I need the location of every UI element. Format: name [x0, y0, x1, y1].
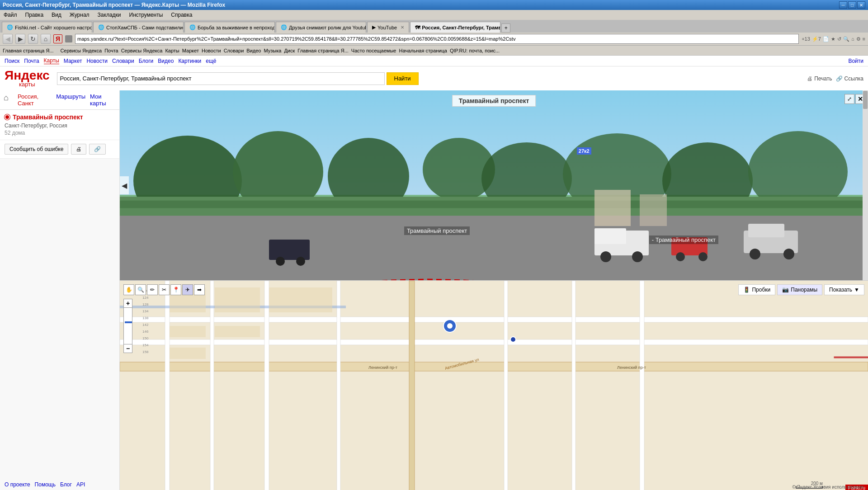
nav-link-blogi[interactable]: Блоги	[139, 58, 154, 64]
tab-druzya[interactable]: 🌐 Друзья снимают ролик для Youtube - ...…	[276, 22, 366, 33]
panorama-scrollbar[interactable]	[863, 90, 868, 280]
search-icon[interactable]: 🔍	[843, 36, 849, 42]
sidebar-share-button[interactable]: 🔗	[89, 144, 106, 155]
bookmark-glavnaya2[interactable]: Главная страница Я...	[297, 48, 349, 53]
traffic-button[interactable]: 🚦 Пробки	[738, 284, 775, 295]
panorama-arrow-left[interactable]: ◀	[120, 176, 129, 194]
close-button[interactable]: ✕	[857, 1, 865, 9]
hand-tool[interactable]: ✋	[123, 284, 134, 295]
bookmarks-bar: Главная страница Я... | Сервисы Яндекса …	[0, 46, 868, 56]
area-tool[interactable]: ✂	[159, 284, 170, 295]
location-dot	[5, 114, 10, 120]
tab-youtube[interactable]: ▶ YouTube ✕	[367, 22, 409, 33]
location-name[interactable]: Трамвайный проспект	[13, 113, 83, 121]
api-link[interactable]: API	[76, 481, 85, 488]
bookmark-pochta[interactable]: Почта	[104, 48, 118, 53]
yandex-page: Поиск Почта Карты Маркет Новости Словари…	[0, 56, 868, 490]
nav-link-slovari[interactable]: Словари	[112, 58, 134, 64]
address-bar-input[interactable]	[75, 34, 799, 44]
menu-help[interactable]: Справка	[169, 11, 194, 19]
map-bottom[interactable]: Автомобильная ул Яндекс Ленинский пр-т Л…	[120, 280, 868, 490]
menu-bookmarks[interactable]: Закладки	[96, 11, 123, 19]
about-link[interactable]: О проекте	[5, 481, 30, 488]
tab-close-icon[interactable]: ✕	[401, 25, 404, 30]
search-button[interactable]: Найти	[387, 72, 419, 85]
reader-icon[interactable]: 📄	[823, 36, 829, 42]
panorama-expand-button[interactable]: ⤢	[844, 94, 854, 104]
sidebar-home-button[interactable]: ⌂	[4, 93, 9, 107]
bookmark-slovari[interactable]: Словари	[224, 48, 244, 53]
forward-button[interactable]: ▶	[15, 34, 25, 44]
nav-link-search[interactable]: Поиск	[5, 58, 19, 64]
nav-link-kartinki[interactable]: Картинки	[178, 58, 201, 64]
zoom-out-button[interactable]: −	[123, 344, 132, 353]
bookmark-market[interactable]: Маркет	[182, 48, 199, 53]
sidebar-tab-mymap[interactable]: Мои карты	[90, 93, 116, 107]
bookmark-nachal[interactable]: Начальная страница	[399, 48, 447, 53]
nav-link-esche[interactable]: ещё	[206, 58, 216, 64]
bookmark-karty[interactable]: Карты	[165, 48, 179, 53]
sidebar-print-button[interactable]: 🖨	[71, 144, 86, 155]
bookmark-glavnaya[interactable]: Главная страница Я...	[3, 48, 54, 53]
show-button[interactable]: Показать ▼	[824, 284, 864, 295]
marker-tool[interactable]: 📍	[170, 284, 181, 295]
menu-tools[interactable]: Инструменты	[127, 11, 165, 19]
zoom-tool[interactable]: 🔍	[135, 284, 146, 295]
svg-rect-72	[170, 326, 206, 337]
tab-stopham[interactable]: 🌐 СтопХамСПБ - Сами подставились - Фи...…	[93, 22, 184, 33]
star-icon[interactable]: ★	[831, 36, 835, 42]
zoom-in-button[interactable]: +	[123, 299, 132, 308]
sidebar-tab-routes[interactable]: Маршруты	[56, 93, 85, 107]
nav-link-market[interactable]: Маркет	[64, 58, 82, 64]
map-right-controls: 🚦 Пробки 📷 Панорамы Показать ▼	[738, 284, 864, 295]
home-button[interactable]: ⌂	[41, 34, 51, 44]
bookmark-chasto[interactable]: Часто посещаемые	[351, 48, 396, 53]
tab-fishki[interactable]: 🌐 Fishki.net - Сайт хорошего настроения …	[2, 22, 92, 33]
reload-button[interactable]: ↻	[28, 34, 38, 44]
nav-link-video[interactable]: Видео	[158, 58, 174, 64]
back-button[interactable]: ◀	[3, 34, 13, 44]
menu-icon[interactable]: ≡	[863, 36, 865, 42]
tab-label: СтопХамСПБ - Сами подставились - Фи...	[106, 25, 184, 30]
flight-tool[interactable]: ✈	[182, 284, 193, 295]
bookmark-servisy2[interactable]: Сервисы Яндекса	[121, 48, 163, 53]
print-button[interactable]: 🖨 Печать	[807, 75, 832, 82]
ruler-tool[interactable]: ✏	[147, 284, 158, 295]
maximize-button[interactable]: □	[848, 1, 856, 9]
menu-edit[interactable]: Правка	[24, 11, 46, 19]
tab-maps[interactable]: 🗺 Россия, Санкт-Петербург, Трамвайны... …	[410, 22, 500, 33]
bookmark-novosti[interactable]: Новости	[202, 48, 221, 53]
link-button[interactable]: 🔗 Ссылка	[836, 75, 863, 82]
sidebar-breadcrumb-location[interactable]: Россия, Санкт	[18, 93, 52, 107]
map-zoom-controls: + −	[123, 299, 132, 353]
bookmark-qip[interactable]: QIP.RU: почта, поис...	[450, 48, 500, 53]
refresh-icon[interactable]: ↺	[837, 36, 841, 42]
nav-tool[interactable]: ➡	[194, 284, 205, 295]
tab-borba[interactable]: 🌐 Борьба за выживание в непроходимых... …	[184, 22, 275, 33]
nav-link-novosti[interactable]: Новости	[86, 58, 107, 64]
panoramas-button[interactable]: 📷 Панорамы	[777, 284, 822, 295]
bookmark-servisy[interactable]: Сервисы Яндекса	[60, 48, 102, 53]
nav-link-pochta[interactable]: Почта	[24, 58, 39, 64]
new-tab-button[interactable]: +	[501, 24, 510, 33]
nav-link-karty[interactable]: Карты	[44, 57, 59, 64]
location-sub: Санкт-Петербург, Россия	[5, 122, 115, 129]
zoom-slider[interactable]	[123, 308, 132, 344]
home-icon[interactable]: ⌂	[851, 36, 854, 42]
panorama-view[interactable]: Трамвайный проспект 27к2 Трамвайный прос…	[120, 90, 868, 280]
bookmark-muzyka[interactable]: Музыка	[264, 48, 281, 53]
bookmark-video[interactable]: Видео	[246, 48, 261, 53]
settings-icon[interactable]: ⚙	[856, 36, 861, 42]
svg-rect-67	[640, 281, 644, 490]
menu-history[interactable]: Журнал	[68, 11, 91, 19]
yandex-logo-nav: Я	[53, 34, 62, 43]
report-error-button[interactable]: Сообщить об ошибке	[5, 144, 68, 155]
search-input[interactable]	[57, 72, 385, 85]
minimize-button[interactable]: ─	[839, 1, 847, 9]
signin-link[interactable]: Войти	[848, 58, 863, 64]
bookmark-disk[interactable]: Диск	[284, 48, 295, 53]
menu-view[interactable]: Вид	[50, 11, 63, 19]
help-link[interactable]: Помощь	[35, 481, 56, 488]
menu-file[interactable]: Файл	[2, 11, 19, 19]
blog-link[interactable]: Блог	[60, 481, 72, 488]
